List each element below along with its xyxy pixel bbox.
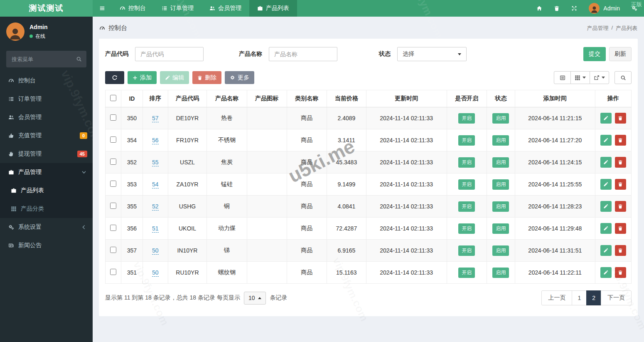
- table-search-button[interactable]: [615, 71, 632, 84]
- breadcrumb-item[interactable]: 产品管理: [587, 25, 608, 32]
- sort-link[interactable]: 52: [152, 203, 159, 211]
- edit-row-button[interactable]: [600, 223, 612, 234]
- row-checkbox[interactable]: [110, 225, 116, 231]
- cell-updated-time: 2024-11-14 02:11:33: [366, 262, 447, 284]
- search-input[interactable]: [6, 51, 86, 67]
- sidebar-item[interactable]: 订单管理: [0, 90, 93, 108]
- sidebar-item[interactable]: 控制台: [0, 72, 93, 90]
- sort-link[interactable]: 50: [152, 269, 159, 277]
- edit-row-button[interactable]: [600, 201, 612, 212]
- column-header[interactable]: ID: [121, 90, 143, 107]
- edit-row-button[interactable]: [600, 245, 612, 256]
- column-header[interactable]: 添加时间: [515, 90, 595, 107]
- home-button[interactable]: [531, 0, 548, 17]
- sort-link[interactable]: 56: [152, 137, 159, 144]
- sidebar-item[interactable]: 充值管理 0: [0, 126, 93, 145]
- sidebar-item[interactable]: 会员管理: [0, 108, 93, 126]
- top-nav-item[interactable]: 会员管理: [202, 0, 249, 17]
- delete-row-button[interactable]: [615, 223, 626, 234]
- sort-link[interactable]: 51: [152, 225, 159, 233]
- submit-button[interactable]: 提交: [583, 47, 606, 61]
- search-icon[interactable]: [76, 56, 82, 62]
- count-badge: 0: [80, 132, 87, 139]
- trash-icon: [618, 138, 623, 143]
- fullscreen-button[interactable]: [565, 0, 583, 17]
- column-header[interactable]: 产品名称: [207, 90, 247, 107]
- sort-link[interactable]: 54: [152, 181, 159, 188]
- breadcrumb-item[interactable]: 产品列表: [616, 25, 637, 32]
- user-menu[interactable]: Admin: [583, 3, 626, 14]
- sidebar-item[interactable]: 新闻公告: [0, 236, 93, 255]
- cell-updated-time: 2024-11-14 02:11:33: [366, 218, 447, 240]
- columns-button[interactable]: [570, 71, 590, 84]
- column-header[interactable]: 当前价格: [327, 90, 366, 107]
- sidebar-toggle-button[interactable]: [93, 0, 112, 17]
- brand-title[interactable]: 测试测试: [0, 0, 93, 17]
- product-code-input[interactable]: [135, 47, 204, 61]
- top-nav-item[interactable]: 产品列表: [249, 0, 297, 17]
- edit-row-button[interactable]: [600, 113, 612, 124]
- delete-row-button[interactable]: [615, 113, 626, 124]
- column-header[interactable]: 操作: [595, 90, 631, 107]
- delete-row-button[interactable]: [615, 179, 626, 190]
- sort-link[interactable]: 50: [152, 247, 159, 255]
- trash-icon: [618, 248, 623, 253]
- pencil-icon: [603, 226, 608, 231]
- settings-button[interactable]: [626, 0, 643, 17]
- row-checkbox[interactable]: [110, 269, 116, 275]
- sidebar-user-status[interactable]: 在线: [29, 33, 48, 40]
- edit-row-button[interactable]: [600, 135, 612, 146]
- edit-row-button[interactable]: [600, 157, 612, 168]
- page-size-select[interactable]: 10: [244, 292, 266, 305]
- column-header[interactable]: 类别名称: [287, 90, 327, 107]
- column-header[interactable]: 是否开启: [447, 90, 487, 107]
- gauge-icon: [8, 78, 14, 84]
- trash-button[interactable]: [548, 0, 565, 17]
- enabled-badge: 开启: [458, 201, 475, 212]
- sort-link[interactable]: 55: [152, 159, 159, 166]
- sort-link[interactable]: 57: [152, 115, 159, 122]
- sidebar-item[interactable]: 系统设置: [0, 218, 93, 236]
- delete-row-button[interactable]: [615, 157, 626, 168]
- column-header[interactable]: 更新时间: [366, 90, 447, 107]
- delete-row-button[interactable]: [615, 135, 626, 146]
- prev-page-button[interactable]: 上一页: [541, 290, 572, 305]
- column-header[interactable]: 排序: [143, 90, 168, 107]
- reload-table-button[interactable]: [105, 71, 124, 84]
- edit-button[interactable]: 编辑: [160, 71, 189, 84]
- top-nav-item[interactable]: 控制台: [112, 0, 154, 17]
- sidebar-item[interactable]: 提现管理 45: [0, 145, 93, 163]
- export-button[interactable]: [590, 71, 609, 84]
- row-checkbox[interactable]: [110, 247, 116, 253]
- row-checkbox[interactable]: [110, 181, 116, 187]
- column-header[interactable]: 产品图标: [247, 90, 287, 107]
- page-button-1[interactable]: 1: [572, 290, 587, 305]
- delete-button[interactable]: 删除: [192, 71, 221, 84]
- paging-toggle-button[interactable]: [554, 71, 571, 84]
- sidebar-item[interactable]: 产品分类: [0, 200, 93, 218]
- select-all-checkbox[interactable]: [110, 95, 116, 101]
- delete-row-button[interactable]: [615, 201, 626, 212]
- column-header[interactable]: 状态: [487, 90, 515, 107]
- sidebar-item[interactable]: 产品列表: [0, 181, 93, 200]
- delete-row-button[interactable]: [615, 245, 626, 256]
- add-button[interactable]: 添加: [128, 71, 157, 84]
- page-button-2[interactable]: 2: [586, 290, 601, 305]
- more-button[interactable]: 更多: [225, 71, 254, 84]
- status-select[interactable]: 选择: [397, 47, 467, 61]
- column-header[interactable]: 产品代码: [168, 90, 207, 107]
- refresh-button[interactable]: 刷新: [609, 47, 632, 61]
- edit-row-button[interactable]: [600, 179, 612, 190]
- top-nav-item[interactable]: 订单管理: [154, 0, 202, 17]
- expand-arrows-icon: [571, 5, 577, 11]
- cell-added-time: 2024-06-14 11:21:15: [515, 107, 595, 129]
- row-checkbox[interactable]: [110, 114, 116, 121]
- delete-row-button[interactable]: [615, 267, 626, 278]
- edit-row-button[interactable]: [600, 267, 612, 278]
- product-name-input[interactable]: [269, 47, 337, 61]
- sidebar-item[interactable]: 产品管理: [0, 163, 93, 181]
- row-checkbox[interactable]: [110, 159, 116, 165]
- row-checkbox[interactable]: [110, 203, 116, 209]
- row-checkbox[interactable]: [110, 136, 116, 143]
- next-page-button[interactable]: 下一页: [601, 290, 632, 305]
